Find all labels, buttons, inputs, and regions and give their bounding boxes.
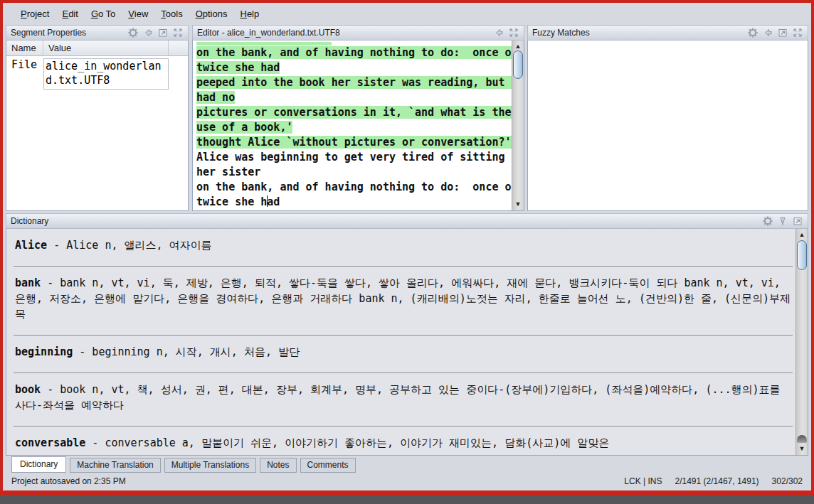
tab-multiple-translations[interactable]: Multiple Translations [164, 458, 256, 473]
table-header-row: Name Value [6, 41, 188, 56]
panel-title: Editor - alice_in_wonderland.txt.UTF8 [197, 28, 340, 38]
tab-comments[interactable]: Comments [300, 458, 356, 473]
editor-line: her sister [196, 166, 512, 181]
detach-icon[interactable] [157, 27, 169, 38]
dictionary-headword: conversable [15, 436, 85, 449]
editor-text-area[interactable]: on the bank, and of having nothing to do… [192, 41, 524, 211]
gear-icon[interactable] [762, 215, 773, 227]
fuzzy-matches-panel: Fuzzy Matches [527, 25, 808, 211]
fuzzy-matches-content [527, 41, 808, 211]
editor-line: peeped into the book her sister was read… [196, 76, 512, 91]
autosave-status: Project autosaved on 2:35 PM [11, 476, 126, 486]
editor-scrollbar[interactable]: ▲ ▼ [512, 41, 524, 210]
editor-line: use of a book,' [196, 121, 512, 136]
editor-line: had no [196, 91, 512, 106]
segment-progress: 2/1491 (2/1467, 1491) [675, 476, 759, 486]
dock-area: Segment Properties Name Value Filealice_… [3, 25, 811, 486]
menu-bar: ProjectEditGo ToViewToolsOptionsHelp [3, 3, 811, 24]
editor-line: on the bank, and of having nothing to do… [196, 46, 512, 61]
maximize-icon[interactable] [508, 27, 519, 38]
scrollbar-thumb[interactable] [797, 240, 807, 270]
scrollbar-thumb[interactable] [513, 50, 523, 79]
panel-title: Fuzzy Matches [532, 28, 590, 38]
maximize-icon[interactable] [172, 27, 184, 38]
table-row[interactable]: Filealice_in_wonderland.txt.UTF8 [6, 56, 188, 90]
dictionary-entry: conversable - conversable a, 말붙이기 쉬운, 이야… [14, 427, 793, 455]
dock-icon[interactable] [493, 27, 504, 38]
editor-line: on the bank, and of having nothing to do… [196, 181, 512, 195]
segment-properties-titlebar: Segment Properties [6, 25, 189, 41]
panel-title: Segment Properties [11, 28, 86, 38]
table-body: Filealice_in_wonderland.txt.UTF8 [6, 56, 188, 90]
omegat-window: ProjectEditGo ToViewToolsOptionsHelp Seg… [0, 0, 814, 495]
dictionary-headword: Alice [15, 239, 47, 252]
tab-dictionary[interactable]: Dictionary [11, 456, 66, 473]
dictionary-content: Alice - Alice n, 앨리스, 여자이름bank - bank n,… [6, 229, 808, 456]
tab-machine-translation[interactable]: Machine Translation [70, 458, 160, 473]
segment-name-cell: File [6, 58, 43, 90]
editor-line: thought Alice `without pictures or conve… [196, 136, 512, 151]
lock-insert-mode[interactable]: LCK | INS [624, 476, 662, 486]
segment-value-cell[interactable]: alice_in_wonderland.txt.UTF8 [43, 58, 169, 90]
dictionary-entry: Alice - Alice n, 앨리스, 여자이름 [14, 229, 793, 267]
dictionary-entry: beginning - beginning n, 시작, 개시, 처음, 발단 [14, 336, 793, 373]
top-panel-row: Segment Properties Name Value Filealice_… [6, 25, 808, 211]
column-header-empty [169, 41, 188, 55]
editor-line: Alice was beginning to get very tired of… [196, 151, 512, 166]
scrollbar-down-icon[interactable]: ▼ [796, 444, 808, 454]
scrollbar-down-icon[interactable]: ▼ [512, 199, 524, 210]
segment-properties-content: Name Value Filealice_in_wonderland.txt.U… [6, 41, 189, 211]
fuzzy-matches-titlebar: Fuzzy Matches [527, 25, 808, 41]
editor-titlebar: Editor - alice_in_wonderland.txt.UTF8 [192, 25, 524, 41]
editor-line: pictures or conversations in it, `and wh… [196, 106, 512, 121]
dictionary-headword: book [15, 383, 41, 396]
tab-notes[interactable]: Notes [260, 458, 296, 473]
bottom-tab-bar: DictionaryMachine TranslationMultiple Tr… [11, 458, 808, 473]
gear-icon[interactable] [127, 27, 139, 38]
editor-line: twice she had [196, 61, 512, 76]
menu-item-help[interactable]: Help [233, 6, 265, 22]
dock-icon[interactable] [142, 27, 154, 38]
segment-properties-panel: Segment Properties Name Value Filealice_… [6, 25, 189, 211]
dictionary-entry-list: Alice - Alice n, 앨리스, 여자이름bank - bank n,… [6, 229, 796, 455]
column-header-value: Value [43, 41, 169, 55]
detach-icon[interactable] [777, 27, 788, 38]
dictionary-entry: bank - bank n, vt, vi, 둑, 제방, 은행, 퇴적, 쌓다… [14, 267, 793, 336]
editor-panel: Editor - alice_in_wonderland.txt.UTF8 on… [192, 25, 524, 211]
dictionary-scrollbar[interactable]: ▲ ▼ [796, 229, 808, 455]
dictionary-entry: book - book n, vt, 책, 성서, 권, 편, 대본, 장부, … [14, 373, 793, 427]
column-header-name: Name [6, 41, 43, 55]
desktop-background [0, 495, 814, 504]
scrollbar-up-icon[interactable]: ▲ [796, 230, 808, 240]
menu-item-go-to[interactable]: Go To [85, 6, 122, 22]
maximize-icon[interactable] [792, 27, 803, 38]
text-caret [267, 195, 268, 207]
menu-item-tools[interactable]: Tools [154, 6, 189, 22]
dictionary-titlebar: Dictionary [6, 213, 808, 229]
scrollbar-track-end [797, 435, 807, 443]
detach-icon[interactable] [792, 215, 803, 227]
editor-line: twice she had [196, 195, 512, 210]
status-bar: Project autosaved on 2:35 PM LCK | INS 2… [11, 476, 803, 486]
dock-icon[interactable] [762, 27, 773, 38]
menu-item-project[interactable]: Project [14, 6, 56, 22]
clipped-segment-highlight [196, 42, 332, 45]
menu-item-view[interactable]: View [122, 6, 154, 22]
editor-document[interactable]: on the bank, and of having nothing to do… [193, 41, 512, 210]
menu-item-options[interactable]: Options [189, 6, 234, 22]
panel-title: Dictionary [11, 216, 48, 226]
pin-icon[interactable] [777, 215, 788, 227]
dictionary-headword: beginning [15, 345, 73, 358]
menu-item-edit[interactable]: Edit [56, 6, 84, 22]
gear-icon[interactable] [747, 27, 758, 38]
dictionary-headword: bank [15, 277, 41, 289]
dictionary-panel: Dictionary Alice - Alice n, 앨리스, 여자이름ban… [6, 213, 808, 456]
character-count: 302/302 [772, 476, 803, 486]
